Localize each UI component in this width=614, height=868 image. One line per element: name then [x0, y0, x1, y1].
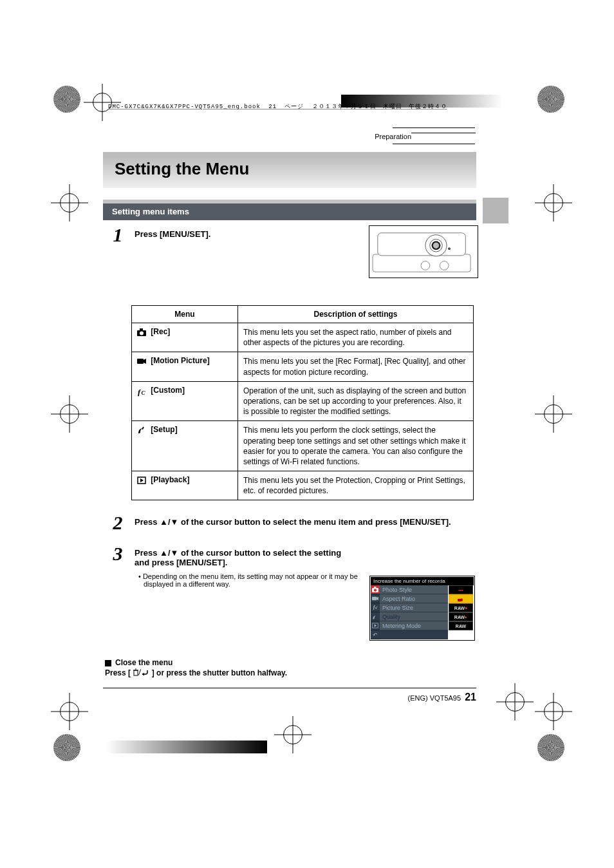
print-mark [537, 86, 564, 113]
table-header-desc: Description of settings [238, 306, 474, 323]
lcd-value: RAW∎ [449, 603, 473, 612]
svg-rect-18 [374, 587, 377, 588]
svg-marker-28 [142, 673, 144, 676]
print-mark [283, 725, 302, 744]
print-mark [537, 734, 564, 761]
close-line2b: ] or press the shutter button halfway. [152, 668, 287, 677]
lcd-label: Metering Mode [380, 621, 448, 630]
menu-desc: Operation of the unit, such as displayin… [238, 381, 474, 421]
svg-point-5 [433, 242, 440, 249]
section-breadcrumb: Preparation [375, 133, 476, 140]
svg-rect-10 [140, 328, 143, 330]
print-mark [60, 193, 79, 212]
table-row: [Rec] This menu lets you set the aspect … [132, 323, 474, 352]
doc-code: (ENG) VQT5A95 [408, 694, 461, 702]
lcd-label: Quality [380, 612, 448, 621]
svg-marker-21 [377, 597, 378, 601]
svg-point-19 [374, 589, 377, 591]
menu-name: [Setup] [151, 425, 177, 434]
page-title: Setting the Menu [115, 159, 249, 179]
setup-icon [137, 426, 146, 434]
footer-rule [103, 688, 476, 688]
lcd-label: Picture Size [380, 603, 448, 612]
svg-marker-13 [144, 359, 146, 364]
svg-rect-20 [372, 597, 377, 601]
custom-icon: ƒc [371, 603, 380, 612]
lcd-spacer [380, 630, 448, 639]
step-number: 2 [105, 513, 131, 533]
setup-icon [371, 612, 380, 621]
table-row: [Motion Picture] This menu lets you set … [132, 352, 474, 381]
rec-icon [371, 585, 380, 594]
menu-desc: This menu lets you set the [Rec Format],… [238, 352, 474, 381]
menu-desc: This menu lets you set the Protection, C… [238, 471, 474, 500]
footer: (ENG) VQT5A95 21 [103, 692, 476, 703]
svg-point-7 [440, 261, 449, 270]
close-line2a: Press [ [105, 668, 131, 677]
print-gradient [106, 741, 267, 753]
table-row: ƒC [Custom] Operation of the unit, such … [132, 381, 474, 421]
menu-name: [Custom] [151, 386, 185, 395]
svg-rect-1 [378, 233, 466, 256]
print-mark [60, 404, 79, 424]
page-number: 21 [465, 692, 476, 703]
svg-marker-16 [140, 478, 144, 482]
step-2: 2 Press ▲/▼ of the cursor button to sele… [105, 513, 478, 533]
crumb-rule [393, 144, 475, 144]
motion-icon [371, 594, 380, 603]
source-file-line: DMC-GX7C&GX7K&GX7PPC-VQT5A95_eng.book 21… [108, 102, 447, 111]
lcd-value: RAW▴ [449, 612, 473, 621]
crumb-rule [393, 127, 475, 128]
lcd-value: ▪▪▪ [449, 585, 473, 594]
svg-rect-12 [137, 359, 144, 364]
svg-marker-23 [375, 624, 377, 627]
sub-banner: Setting menu items [103, 200, 476, 220]
close-heading: Close the menu [115, 658, 172, 667]
lcd-label: Photo Style [380, 585, 448, 594]
print-mark [53, 734, 80, 761]
lcd-value-selected: ▄▖ [449, 594, 473, 603]
lcd-label: Aspect Ratio [380, 594, 448, 603]
svg-rect-14 [142, 427, 144, 429]
print-mark [53, 86, 80, 113]
svg-rect-24 [134, 670, 138, 675]
svg-point-8 [448, 247, 451, 250]
print-mark [544, 702, 563, 721]
print-mark [60, 702, 79, 721]
table-header-menu: Menu [132, 306, 238, 323]
trash-return-icon [133, 668, 149, 678]
svg-point-6 [421, 261, 430, 270]
camera-illustration [369, 225, 478, 278]
lcd-header: Increase the number of recorda [371, 577, 474, 585]
lcd-menu-figure: Increase the number of recorda Photo Sty… [369, 576, 475, 641]
step-1: 1 Press [MENU/SET]. [105, 225, 478, 294]
print-mark [505, 692, 525, 712]
svg-line-27 [139, 670, 141, 675]
menu-desc: This menu lets you set the aspect ratio,… [238, 323, 474, 352]
steps-container: 1 Press [MENU/SET]. [105, 225, 478, 599]
table-row: [Setup] This menu lets you perform the c… [132, 421, 474, 471]
table-row: [Playback] This menu lets you set the Pr… [132, 471, 474, 500]
menu-name: [Playback] [151, 475, 189, 484]
camera-icon [137, 328, 146, 336]
sub-banner-label: Setting menu items [103, 203, 476, 220]
custom-icon: ƒC [137, 387, 146, 395]
menu-name: [Rec] [151, 327, 170, 336]
svg-point-11 [140, 331, 144, 335]
menu-desc: This menu lets you perform the clock set… [238, 421, 474, 471]
edge-tab [483, 198, 508, 223]
step-number: 1 [105, 225, 131, 245]
playback-icon [137, 476, 146, 484]
playback-icon [371, 621, 380, 630]
step-heading: Press ▲/▼ of the cursor button to select… [135, 548, 478, 567]
menu-description-table: Menu Description of settings [Rec] This … [131, 305, 474, 500]
back-icon: ↶ [371, 630, 380, 639]
lcd-value: RAW [449, 621, 473, 630]
print-mark [544, 193, 563, 212]
step-number: 3 [105, 544, 131, 563]
motion-picture-icon [137, 357, 146, 365]
square-bullet-icon [105, 660, 111, 666]
print-mark [544, 404, 563, 424]
step-heading: Press ▲/▼ of the cursor button to select… [135, 517, 478, 527]
close-the-menu: Close the menu Press [ ] or press the sh… [105, 658, 478, 678]
